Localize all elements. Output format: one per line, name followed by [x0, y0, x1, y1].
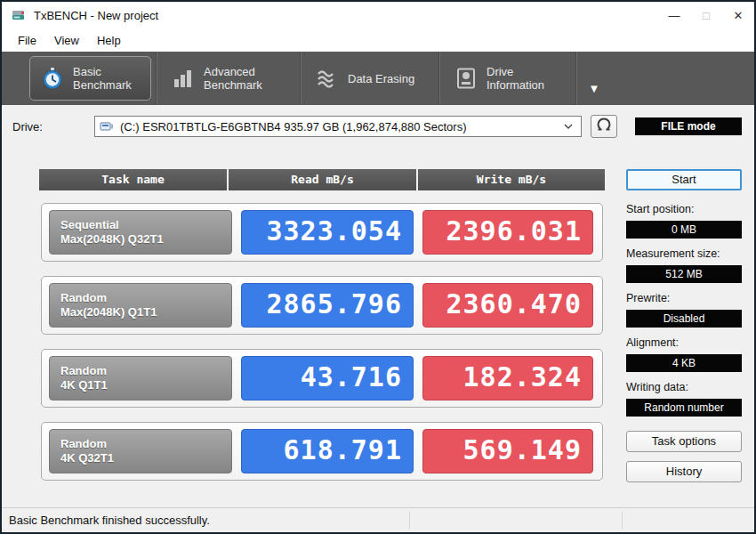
start-position-label: Start position: — [626, 203, 742, 215]
app-window: TxBENCH - New project — □ ✕ File View He… — [0, 0, 756, 534]
prewrite-value: Disabled — [626, 310, 742, 328]
task-name-cell: Sequential Max(2048K) Q32T1 — [49, 210, 232, 255]
stopwatch-icon — [41, 67, 64, 90]
tab-drive-information-chip: Drive Information — [444, 56, 571, 101]
task-name-line2: Max(2048K) Q32T1 — [60, 232, 231, 247]
header-write: Write mB/s — [418, 169, 605, 190]
tab-basic-benchmark-label: Basic Benchmark — [73, 65, 132, 92]
drive-icon — [454, 67, 478, 90]
benchmark-table: Task name Read mB/s Write mB/s Sequentia… — [39, 169, 605, 507]
start-button[interactable]: Start — [626, 169, 742, 190]
table-row: Sequential Max(2048K) Q32T1 3323.054 239… — [41, 203, 603, 262]
main-content: Task name Read mB/s Write mB/s Sequentia… — [2, 148, 754, 507]
tab-label-line2: Benchmark — [73, 78, 132, 92]
header-task-name: Task name — [39, 169, 227, 190]
tab-label-line2: Information — [487, 78, 544, 92]
tab-label-line1: Advanced — [204, 65, 262, 78]
write-value: 2396.031 — [422, 210, 593, 255]
erase-waves-icon — [316, 67, 339, 90]
drive-selector-row: Drive: (C:) ESR01TBTLG-E6GBTNB4 935.97 G… — [2, 105, 754, 148]
task-name-cell: Random Max(2048K) Q1T1 — [49, 283, 232, 328]
tab-label-line1: Data Erasing — [348, 72, 414, 85]
table-row: Random Max(2048K) Q1T1 2865.796 2360.470 — [41, 276, 603, 335]
drive-selected-value: (C:) ESR01TBTLG-E6GBTNB4 935.97 GB (1,96… — [120, 120, 560, 134]
status-message: Basic Benchmark finished successfully. — [9, 514, 210, 527]
read-value: 618.791 — [241, 429, 414, 473]
disk-icon — [100, 120, 114, 133]
task-name-line2: 4K Q32T1 — [60, 451, 231, 465]
refresh-drive-button[interactable] — [591, 115, 617, 138]
maximize-button[interactable]: □ — [690, 2, 722, 28]
task-name-line1: Random — [60, 364, 231, 378]
writing-data-value: Random number — [626, 399, 742, 417]
more-tabs-button[interactable]: ▼ — [576, 52, 612, 105]
chevron-down-icon[interactable] — [560, 124, 576, 129]
alignment-value: 4 KB — [626, 354, 742, 372]
start-position-value: 0 MB — [626, 221, 742, 239]
history-button[interactable]: History — [626, 461, 742, 482]
file-mode-badge: FILE mode — [635, 117, 742, 135]
measurement-size-label: Measurement size: — [626, 247, 742, 260]
tab-advanced-benchmark-label: Advanced Benchmark — [204, 65, 262, 92]
tab-label-line1: Drive — [487, 65, 544, 78]
tab-data-erasing-chip: Data Erasing — [305, 56, 434, 101]
titlebar[interactable]: TxBENCH - New project — □ ✕ — [2, 2, 754, 28]
settings-panel: Start Start position: 0 MB Measurement s… — [626, 169, 742, 507]
refresh-icon — [596, 117, 612, 136]
task-name-cell: Random 4K Q1T1 — [49, 356, 232, 400]
drive-label: Drive: — [12, 120, 94, 134]
read-value: 43.716 — [241, 356, 414, 400]
window-controls: — □ ✕ — [658, 2, 754, 28]
task-name-line2: Max(2048K) Q1T1 — [60, 305, 231, 320]
statusbar: Basic Benchmark finished successfully. — [2, 507, 754, 532]
table-row: Random 4K Q32T1 618.791 569.149 — [41, 422, 603, 481]
tab-data-erasing-label: Data Erasing — [348, 72, 414, 85]
chevron-down-icon: ▼ — [589, 82, 600, 95]
tab-drive-information[interactable]: Drive Information — [439, 52, 576, 105]
tab-data-erasing[interactable]: Data Erasing — [301, 52, 439, 105]
task-name-cell: Random 4K Q32T1 — [49, 429, 232, 473]
menubar: File View Help — [2, 28, 754, 52]
minimize-button[interactable]: — — [658, 2, 690, 28]
app-icon — [11, 7, 27, 23]
task-name-line2: 4K Q1T1 — [60, 378, 231, 392]
tab-advanced-benchmark-chip: Advanced Benchmark — [161, 56, 295, 101]
menu-help[interactable]: Help — [88, 34, 130, 47]
bar-chart-icon — [172, 67, 195, 90]
window-title: TxBENCH - New project — [34, 9, 158, 22]
table-header: Task name Read mB/s Write mB/s — [39, 169, 605, 190]
writing-data-label: Writing data: — [626, 381, 742, 393]
drive-combobox[interactable]: (C:) ESR01TBTLG-E6GBTNB4 935.97 GB (1,96… — [94, 116, 582, 137]
alignment-label: Alignment: — [626, 336, 742, 349]
write-value: 182.324 — [422, 356, 593, 400]
read-value: 2865.796 — [241, 283, 414, 328]
write-value: 569.149 — [422, 429, 593, 473]
write-value: 2360.470 — [422, 283, 593, 328]
tab-advanced-benchmark[interactable]: Advanced Benchmark — [157, 52, 301, 105]
tab-drive-information-label: Drive Information — [487, 65, 544, 92]
tab-label-line2: Benchmark — [204, 78, 262, 92]
close-button[interactable]: ✕ — [722, 2, 754, 28]
task-name-line1: Random — [60, 291, 231, 305]
menu-file[interactable]: File — [9, 34, 45, 47]
task-name-line1: Sequential — [60, 218, 231, 232]
toolbar: Basic Benchmark Advanced Benchmark — [2, 52, 754, 105]
statusbar-divider — [409, 512, 410, 529]
table-row: Random 4K Q1T1 43.716 182.324 — [41, 349, 603, 408]
read-value: 3323.054 — [241, 210, 414, 255]
tab-basic-benchmark[interactable]: Basic Benchmark — [25, 52, 157, 105]
menu-view[interactable]: View — [45, 34, 88, 47]
header-read: Read mB/s — [229, 169, 416, 190]
tab-label-line1: Basic — [73, 65, 132, 78]
prewrite-label: Prewrite: — [626, 292, 742, 304]
task-name-line1: Random — [60, 437, 231, 451]
statusbar-divider — [622, 512, 623, 529]
measurement-size-value: 512 MB — [626, 265, 742, 283]
task-options-button[interactable]: Task options — [626, 431, 742, 452]
tab-basic-benchmark-chip: Basic Benchmark — [29, 56, 151, 101]
